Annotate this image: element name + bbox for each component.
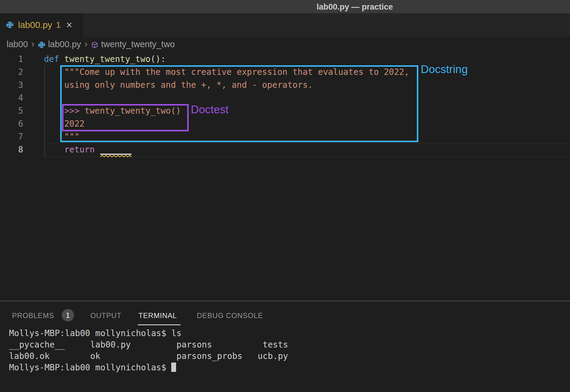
code-editor[interactable]: 1def twenty_twenty_two():2 """Come up wi… — [0, 52, 570, 301]
line-number: 4 — [0, 91, 23, 104]
terminal-line: __pycache__ lab00.py parsons tests — [9, 340, 288, 350]
docstring-annotation-label: Docstring — [421, 63, 468, 76]
line-number: 6 — [0, 117, 23, 130]
active-tab-underline — [138, 324, 181, 325]
tab-terminal[interactable]: TERMINAL — [138, 311, 177, 320]
warning-squiggle — [100, 155, 132, 158]
code-token: return — [64, 145, 94, 155]
tab-warning-count: 1 — [56, 20, 60, 30]
problems-count-badge: 1 — [62, 309, 74, 321]
code-token — [95, 145, 100, 155]
code-line[interactable]: 1def twenty_twenty_two(): — [0, 53, 570, 66]
code-text: return — [44, 143, 100, 156]
window-title: lab00.py — practice — [317, 2, 393, 12]
line-number: 1 — [0, 53, 23, 66]
close-icon[interactable] — [66, 22, 72, 28]
chevron-right-icon: › — [31, 38, 35, 49]
terminal-output[interactable]: Mollys-MBP:lab00 mollynicholas$ ls __pyc… — [9, 328, 288, 373]
code-token — [59, 54, 64, 64]
line-number: 5 — [0, 104, 23, 117]
breadcrumb: lab00 › lab00.py › twenty_twenty_two — [0, 37, 570, 52]
line-number: 8 — [0, 143, 23, 156]
breadcrumb-item-symbol[interactable]: twenty_twenty_two — [101, 39, 175, 49]
breadcrumb-item-file[interactable]: lab00.py — [48, 39, 81, 49]
code-line[interactable]: 8 return — [0, 143, 570, 156]
cube-icon — [91, 41, 98, 49]
vscode-window: lab00.py — practice lab00.py 1 lab00 › l… — [0, 0, 570, 392]
python-icon — [38, 41, 45, 49]
tab-label[interactable]: lab00.py — [18, 20, 52, 30]
tab-problems[interactable]: PROBLEMS — [12, 311, 54, 320]
terminal-line: Mollys-MBP:lab00 mollynicholas$ ls — [9, 328, 181, 338]
line-number: 7 — [0, 130, 23, 143]
line-number: 2 — [0, 66, 23, 78]
title-bar: lab00.py — practice — [0, 0, 570, 13]
doctest-annotation-box — [62, 104, 189, 131]
bottom-panel: PROBLEMS 1 OUTPUT TERMINAL DEBUG CONSOLE… — [0, 301, 570, 392]
tab-output[interactable]: OUTPUT — [90, 311, 121, 320]
code-token — [44, 145, 64, 155]
code-text: def twenty_twenty_two(): — [44, 53, 166, 66]
terminal-cursor — [171, 363, 176, 372]
chevron-right-icon: › — [84, 38, 88, 49]
python-icon — [6, 21, 14, 29]
code-token: def — [44, 54, 59, 64]
terminal-line: Mollys-MBP:lab00 mollynicholas$ — [9, 363, 171, 372]
terminal-line: lab00.ok ok parsons_probs ucb.py — [9, 351, 288, 361]
code-token: (): — [150, 54, 166, 64]
line-number: 3 — [0, 78, 23, 91]
tab-bar: lab00.py 1 — [0, 13, 570, 37]
tab-debug-console[interactable]: DEBUG CONSOLE — [197, 311, 263, 320]
breadcrumb-item-folder[interactable]: lab00 — [7, 39, 28, 49]
doctest-annotation-label: Doctest — [191, 103, 228, 116]
code-token: twenty_twenty_two — [64, 54, 150, 64]
tab-lab00py[interactable]: lab00.py 1 — [0, 13, 83, 37]
